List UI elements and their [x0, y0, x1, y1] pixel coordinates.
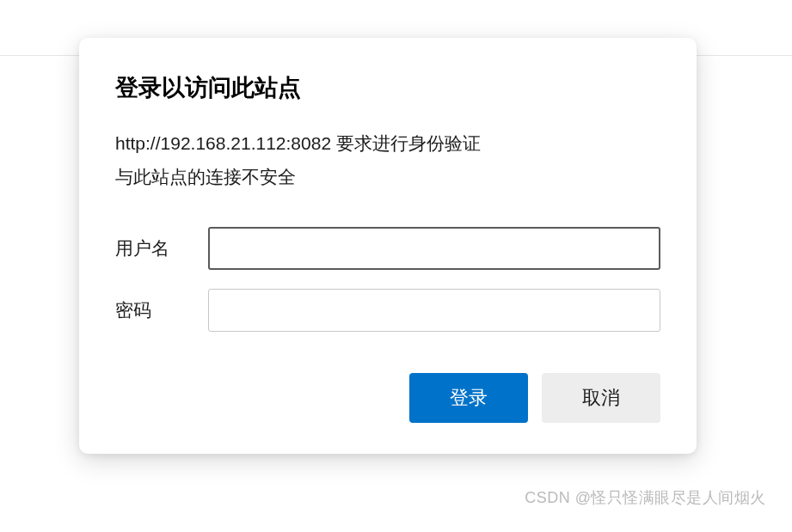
- login-button[interactable]: 登录: [409, 373, 528, 423]
- username-input[interactable]: [208, 227, 660, 270]
- dialog-message-line1: http://192.168.21.112:8082 要求进行身份验证: [115, 127, 660, 161]
- password-label: 密码: [115, 298, 208, 322]
- dialog-message-line2: 与此站点的连接不安全: [115, 161, 660, 194]
- watermark: CSDN @怪只怪满眼尽是人间烟火: [525, 487, 766, 508]
- dialog-message: http://192.168.21.112:8082 要求进行身份验证 与此站点…: [115, 127, 660, 194]
- button-row: 登录 取消: [115, 373, 660, 423]
- username-label: 用户名: [115, 236, 208, 260]
- username-row: 用户名: [115, 227, 660, 270]
- cancel-button[interactable]: 取消: [542, 373, 660, 423]
- auth-dialog: 登录以访问此站点 http://192.168.21.112:8082 要求进行…: [79, 38, 697, 454]
- password-row: 密码: [115, 289, 660, 332]
- dialog-title: 登录以访问此站点: [115, 72, 660, 103]
- password-input[interactable]: [208, 289, 660, 332]
